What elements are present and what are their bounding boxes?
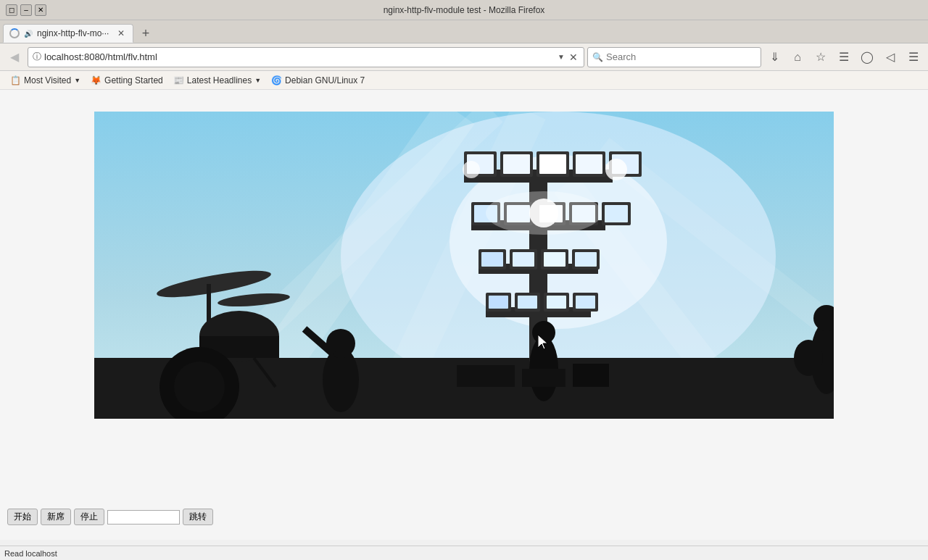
svg-rect-32 xyxy=(503,154,530,174)
tab-1[interactable]: 🔊 nginx-http-flv-mo··· ✕ xyxy=(3,24,133,43)
close-button[interactable]: ✕ xyxy=(35,4,46,16)
restore-button[interactable]: ◻ xyxy=(6,4,17,16)
svg-point-20 xyxy=(174,362,225,412)
svg-rect-60 xyxy=(547,296,566,309)
svg-rect-59 xyxy=(518,296,537,309)
svg-rect-33 xyxy=(539,154,566,174)
back-button[interactable]: ◀ xyxy=(4,47,25,67)
tab-label: nginx-http-flv-mo··· xyxy=(37,28,109,38)
new-tab-button[interactable]: + xyxy=(136,24,155,43)
tab-audio-icon: 🔊 xyxy=(24,30,33,38)
svg-rect-53 xyxy=(575,252,597,267)
home-button[interactable]: ⌂ xyxy=(787,47,808,67)
debian-icon: 🌀 xyxy=(271,75,282,85)
svg-rect-70 xyxy=(573,364,609,387)
debian-label: Debian GNU/Linux 7 xyxy=(285,75,365,85)
bookmark-getting-started[interactable]: 🦊 Getting Started xyxy=(86,74,167,87)
resume-button[interactable]: 新席 xyxy=(41,509,71,525)
bookmark-debian[interactable]: 🌀 Debian GNU/Linux 7 xyxy=(267,74,369,87)
most-visited-arrow: ▼ xyxy=(74,77,80,84)
svg-point-74 xyxy=(463,161,480,178)
svg-rect-58 xyxy=(489,296,508,309)
download-button[interactable]: ⇓ xyxy=(764,47,784,67)
url-clear-button[interactable]: ✕ xyxy=(568,51,579,63)
bookmark-button[interactable]: ☆ xyxy=(811,47,831,67)
search-bar[interactable]: 🔍 xyxy=(587,47,761,67)
send-button[interactable]: ◁ xyxy=(880,47,900,67)
svg-rect-68 xyxy=(457,365,515,387)
start-button[interactable]: 开始 xyxy=(7,509,38,525)
navbar: ◀ ⓘ ▼ ✕ 🔍 ⇓ ⌂ ☆ ☰ ◯ ◁ ☰ xyxy=(0,43,928,71)
svg-point-72 xyxy=(486,191,602,235)
minimize-button[interactable]: – xyxy=(20,4,32,16)
svg-point-73 xyxy=(605,159,627,180)
menu-button[interactable]: ☰ xyxy=(903,47,924,67)
stop-button[interactable]: 停止 xyxy=(74,509,104,525)
svg-rect-34 xyxy=(576,154,602,174)
status-text: Read localhost xyxy=(4,549,57,558)
svg-rect-61 xyxy=(576,296,595,309)
reader-view-button[interactable]: ☰ xyxy=(834,47,854,67)
seek-input[interactable] xyxy=(107,510,180,525)
statusbar: Read localhost xyxy=(0,546,928,560)
svg-rect-50 xyxy=(481,252,503,267)
video-player[interactable] xyxy=(94,112,834,419)
tab-spinner xyxy=(9,28,20,38)
latest-headlines-icon: 📰 xyxy=(173,75,184,85)
secure-icon: ⓘ xyxy=(33,51,41,63)
svg-rect-69 xyxy=(522,369,566,387)
content-area: 开始 新席 停止 跳转 xyxy=(0,90,928,540)
tabbar: 🔊 nginx-http-flv-mo··· ✕ + xyxy=(0,20,928,43)
window-controls[interactable]: ◻ – ✕ xyxy=(6,4,46,16)
svg-rect-65 xyxy=(816,336,821,372)
url-dropdown-button[interactable]: ▼ xyxy=(558,53,565,61)
latest-headlines-arrow: ▼ xyxy=(254,77,261,84)
bookmarks-bar: 📋 Most Visited ▼ 🦊 Getting Started 📰 Lat… xyxy=(0,71,928,90)
getting-started-icon: 🦊 xyxy=(91,75,102,85)
titlebar: ◻ – ✕ nginx-http-flv-module test - Mozil… xyxy=(0,0,928,20)
svg-point-67 xyxy=(532,321,555,344)
pocket-button[interactable]: ◯ xyxy=(857,47,877,67)
svg-rect-52 xyxy=(544,252,566,267)
most-visited-label: Most Visited xyxy=(24,75,71,85)
url-input[interactable] xyxy=(44,51,555,62)
getting-started-label: Getting Started xyxy=(104,75,163,85)
bookmark-most-visited[interactable]: 📋 Most Visited ▼ xyxy=(6,74,85,87)
search-icon: 🔍 xyxy=(592,52,603,62)
latest-headlines-label: Latest Headlines xyxy=(187,75,252,85)
window-title: nginx-http-flv-module test - Mozilla Fir… xyxy=(384,5,545,15)
search-input[interactable] xyxy=(606,51,756,62)
jump-button[interactable]: 跳转 xyxy=(183,509,213,525)
most-visited-icon: 📋 xyxy=(10,75,21,85)
bookmark-latest-headlines[interactable]: 📰 Latest Headlines ▼ xyxy=(169,74,265,87)
svg-rect-45 xyxy=(605,205,628,222)
svg-rect-51 xyxy=(513,252,534,267)
url-bar[interactable]: ⓘ ▼ ✕ xyxy=(28,47,584,67)
tab-close-button[interactable]: ✕ xyxy=(115,28,127,39)
video-controls: 开始 新席 停止 跳转 xyxy=(0,509,928,525)
